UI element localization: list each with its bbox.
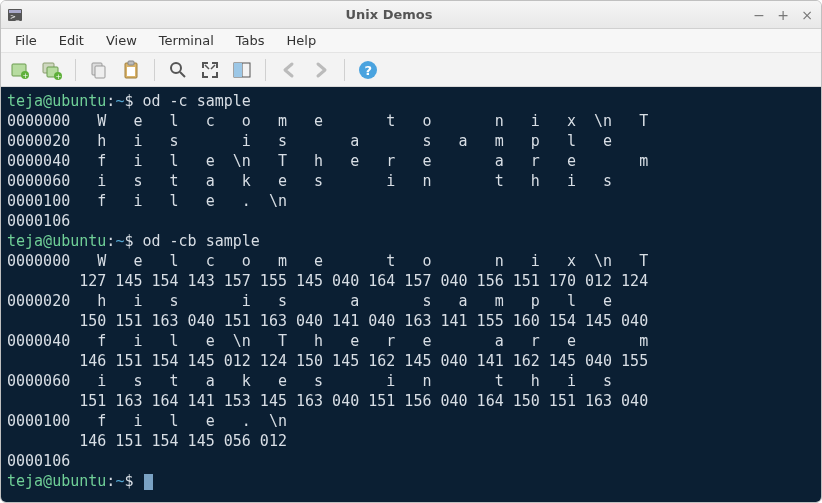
menu-terminal[interactable]: Terminal (149, 30, 224, 51)
toolbar-separator (265, 59, 266, 81)
menu-edit[interactable]: Edit (49, 30, 94, 51)
svg-text:+: + (23, 72, 29, 80)
terminal-output: 146 151 154 145 012 124 150 145 162 145 … (7, 351, 815, 371)
terminal-output: 150 151 163 040 151 163 040 141 040 163 … (7, 311, 815, 331)
window-title: Unix Demos (27, 7, 751, 22)
svg-text:+: + (56, 73, 62, 80)
menu-view[interactable]: View (96, 30, 147, 51)
terminal-output: 0000040 f i l e \n T h e r e a r e m (7, 331, 815, 351)
terminal-output: 0000106 (7, 211, 815, 231)
toolbar-separator (344, 59, 345, 81)
close-button[interactable]: × (799, 7, 815, 23)
titlebar: >_ Unix Demos − + × (1, 1, 821, 29)
forward-icon[interactable] (310, 59, 332, 81)
menu-help[interactable]: Help (277, 30, 327, 51)
help-icon[interactable]: ? (357, 59, 379, 81)
terminal-output: 127 145 154 143 157 155 145 040 164 157 … (7, 271, 815, 291)
terminal-output: 151 163 164 141 153 145 163 040 151 156 … (7, 391, 815, 411)
fullscreen-icon[interactable] (199, 59, 221, 81)
terminal-output: 0000020 h i s i s a s a m p l e (7, 291, 815, 311)
terminal[interactable]: teja@ubuntu:~$ od -c sample0000000 W e l… (1, 87, 821, 503)
menu-file[interactable]: File (5, 30, 47, 51)
search-icon[interactable] (167, 59, 189, 81)
window-controls: − + × (751, 7, 815, 23)
svg-point-15 (171, 63, 181, 73)
toolbar: + + ? (1, 53, 821, 87)
split-icon[interactable] (231, 59, 253, 81)
svg-rect-11 (95, 66, 105, 78)
maximize-button[interactable]: + (775, 7, 791, 23)
svg-rect-19 (234, 63, 242, 77)
cursor (144, 474, 153, 490)
terminal-output: 0000000 W e l c o m e t o n i x \n T (7, 111, 815, 131)
toolbar-separator (75, 59, 76, 81)
terminal-output: 0000100 f i l e . \n (7, 411, 815, 431)
new-tab-icon[interactable]: + (9, 59, 31, 81)
menu-tabs[interactable]: Tabs (226, 30, 275, 51)
new-window-icon[interactable]: + (41, 59, 63, 81)
terminal-output: 0000100 f i l e . \n (7, 191, 815, 211)
back-icon[interactable] (278, 59, 300, 81)
svg-rect-13 (128, 61, 134, 65)
minimize-button[interactable]: − (751, 7, 767, 23)
terminal-output: 0000020 h i s i s a s a m p l e (7, 131, 815, 151)
svg-line-16 (180, 72, 185, 77)
svg-text:>_: >_ (10, 13, 20, 21)
terminal-output: 0000040 f i l e \n T h e r e a r e m (7, 151, 815, 171)
toolbar-separator (154, 59, 155, 81)
terminal-output: 0000106 (7, 451, 815, 471)
copy-icon[interactable] (88, 59, 110, 81)
menubar: File Edit View Terminal Tabs Help (1, 29, 821, 53)
svg-rect-14 (127, 67, 135, 76)
terminal-output: 0000000 W e l c o m e t o n i x \n T (7, 251, 815, 271)
terminal-output: 146 151 154 145 056 012 (7, 431, 815, 451)
terminal-output: 0000060 i s t a k e s i n t h i s (7, 171, 815, 191)
svg-text:?: ? (365, 63, 373, 78)
terminal-output: 0000060 i s t a k e s i n t h i s (7, 371, 815, 391)
app-icon: >_ (7, 7, 23, 23)
paste-icon[interactable] (120, 59, 142, 81)
